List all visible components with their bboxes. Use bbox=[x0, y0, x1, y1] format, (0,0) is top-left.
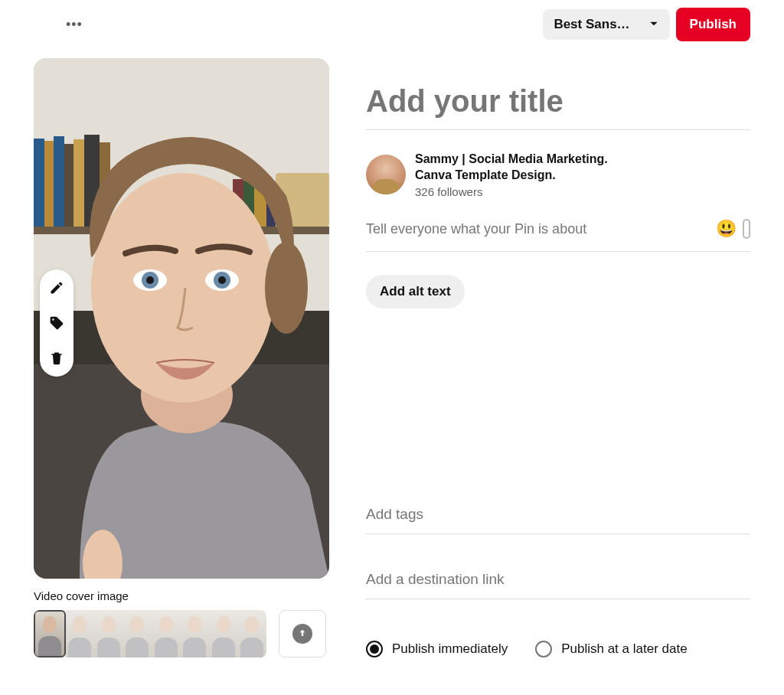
publish-immediately-label: Publish immediately bbox=[392, 641, 508, 657]
svg-point-24 bbox=[218, 276, 226, 284]
thumbnail-frame[interactable] bbox=[34, 610, 66, 657]
trash-icon[interactable] bbox=[47, 349, 66, 367]
edit-icon[interactable] bbox=[47, 279, 66, 297]
publish-immediately-radio[interactable]: Publish immediately bbox=[366, 641, 508, 657]
title-input[interactable] bbox=[366, 80, 750, 130]
emoji-picker-icon[interactable]: 😃 bbox=[716, 219, 737, 239]
tags-input[interactable] bbox=[366, 498, 750, 534]
publish-later-radio[interactable]: Publish at a later date bbox=[535, 641, 687, 657]
chevron-down-icon bbox=[648, 18, 659, 31]
preview-tool-pill bbox=[40, 269, 74, 377]
upload-icon bbox=[292, 624, 312, 644]
description-scrollbar[interactable] bbox=[743, 219, 750, 239]
svg-point-18 bbox=[265, 242, 308, 334]
user-name-line1: Sammy | Social Media Marketing. bbox=[415, 152, 608, 168]
user-name-line2: Canva Template Design. bbox=[415, 168, 608, 184]
thumbnail-frame[interactable] bbox=[94, 610, 123, 657]
destination-link-input[interactable] bbox=[366, 563, 750, 599]
add-alt-text-button[interactable]: Add alt text bbox=[366, 275, 465, 308]
tag-icon[interactable] bbox=[47, 314, 66, 332]
user-followers: 326 followers bbox=[415, 185, 608, 198]
publish-later-label: Publish at a later date bbox=[561, 641, 687, 657]
thumbnail-frame[interactable] bbox=[152, 610, 181, 657]
svg-rect-5 bbox=[64, 144, 74, 227]
publish-button[interactable]: Publish bbox=[676, 8, 750, 41]
more-options-icon[interactable]: ••• bbox=[60, 11, 89, 39]
cover-thumbnail-strip[interactable] bbox=[34, 610, 266, 657]
svg-rect-6 bbox=[74, 139, 84, 227]
thumbnail-frame[interactable] bbox=[209, 610, 238, 657]
user-avatar bbox=[366, 155, 406, 194]
thumbnail-frame[interactable] bbox=[238, 610, 267, 657]
thumbnail-frame[interactable] bbox=[66, 610, 95, 657]
video-preview bbox=[34, 58, 329, 579]
description-input[interactable] bbox=[366, 217, 710, 242]
thumbnail-frame[interactable] bbox=[123, 610, 152, 657]
board-select-dropdown[interactable]: Best Sans… bbox=[543, 9, 669, 40]
svg-rect-4 bbox=[54, 136, 64, 227]
svg-rect-3 bbox=[44, 141, 54, 227]
cover-image-label: Video cover image bbox=[34, 589, 329, 602]
thumbnail-frame[interactable] bbox=[181, 610, 210, 657]
board-select-label: Best Sans… bbox=[554, 17, 629, 32]
svg-point-21 bbox=[146, 276, 154, 284]
svg-rect-2 bbox=[34, 139, 44, 227]
upload-cover-button[interactable] bbox=[279, 610, 326, 657]
